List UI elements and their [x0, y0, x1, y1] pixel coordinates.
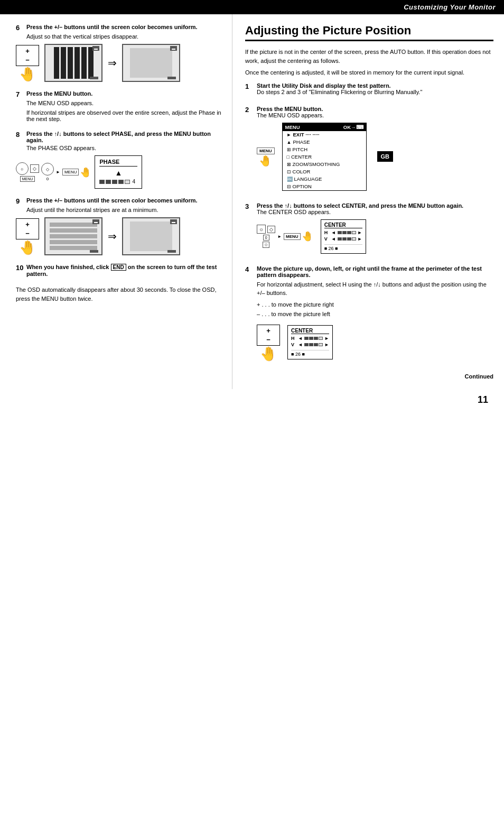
ctrl-label-3b: ◇ — [263, 242, 269, 248]
center-osd-value-1: ■ 26 ■ — [324, 244, 362, 251]
step-6-illustration: + − 🤚 ▬ — [16, 44, 222, 82]
page-number: 11 — [0, 389, 504, 411]
dial-0: 0 — [46, 177, 49, 181]
step-7-num: 7 — [16, 90, 23, 98]
horizontal-stripes — [50, 223, 97, 250]
menu-osd-box: MENU OK→⌨ ► EXIT ···· ····· ▲ PHASE ⊞ — [282, 123, 367, 191]
vertical-stripes-1 — [54, 47, 94, 79]
h-label-1: H — [324, 230, 330, 235]
right-step-2-bold: Press the MENU button. — [257, 106, 493, 112]
right-step-2-sub: The MENU OSD appears. — [257, 112, 493, 118]
center-hv-1: H ◄ ► V — [324, 230, 362, 251]
continued-label: Continued — [245, 373, 493, 380]
step-4-illustration: + − 🤚 CENTER H ◄ — [257, 325, 493, 361]
menu-osd-header-left: MENU — [285, 124, 300, 130]
monitor-screen-1: ▬ — [44, 44, 102, 82]
phase-osd-row: 4 — [99, 179, 137, 184]
arrow-h2r: ► — [324, 336, 329, 341]
monitor-bottom-bar-3 — [90, 250, 98, 253]
hcell2-2 — [309, 337, 313, 340]
menu-item-option[interactable]: ⊟ OPTION — [283, 183, 366, 190]
menu-label-step3: MENU — [284, 233, 301, 240]
step-8-header: 8 Press the ↑/↓ buttons to select PHASE,… — [16, 131, 222, 143]
menu-item-pitch[interactable]: ⊞ PITCH — [283, 146, 366, 153]
step-9-num: 9 — [16, 197, 23, 205]
menu-item-color[interactable]: ⊡ COLOR — [283, 168, 366, 176]
menu-label-phase: MENU — [62, 169, 79, 176]
menu-item-zoom[interactable]: ⊠ ZOOM/SMOOTHING — [283, 161, 366, 168]
step-6: 6 Press the +/– buttons until the screen… — [16, 24, 222, 82]
step-8-illustration: ☼ ◇ MENU ◇ 0 ► MENU 🤚 — [16, 155, 222, 189]
menu-item-phase[interactable]: ▲ PHASE — [283, 138, 366, 146]
center-label: CENTER — [291, 154, 312, 160]
end-button-label: END — [111, 264, 126, 271]
monitor-top-bar-1: ▬ — [92, 46, 99, 51]
step-4-bullets: + . . . to move the picture right – . . … — [257, 300, 493, 319]
hand-icon-5: 🤚 — [302, 232, 313, 241]
right-column: Adjusting the Picture Position If the pi… — [232, 14, 504, 389]
phase-bar — [99, 180, 130, 184]
center-osd-2: CENTER H ◄ ► — [287, 325, 333, 359]
plus-label: + — [25, 47, 30, 55]
monitor-hstripe-1: ▬ — [44, 217, 102, 255]
pm-box-2: + − — [16, 218, 39, 239]
step-2-illustration: MENU 🤚 MENU OK→⌨ ► EXIT ···· ····· — [257, 123, 493, 191]
hstripe-1 — [50, 223, 97, 227]
menu-item-exit[interactable]: ► EXIT ···· ····· — [283, 131, 366, 138]
dial-circle-2: ◇ — [41, 163, 54, 176]
hcell-2 — [342, 231, 347, 234]
right-step-1-num: 1 — [245, 82, 253, 98]
step-6-num: 6 — [16, 24, 23, 32]
bar-cell-3 — [112, 180, 117, 184]
note-text: The OSD automatically disappears after a… — [16, 285, 222, 303]
v-bar-2 — [304, 343, 323, 346]
right-step-3-sub: The CENTER OSD appears. — [257, 209, 493, 215]
header-title: Customizing Your Monitor — [404, 3, 496, 11]
monitor-top-bar-4: ▬ — [170, 219, 177, 224]
step-9-sub: Adjust until the horizontal stripes are … — [26, 207, 222, 213]
menu-osd-header: MENU OK→⌨ — [283, 123, 366, 131]
menu-item-center[interactable]: □ CENTER — [283, 153, 366, 161]
step-8-bold: Press the ↑/↓ buttons to select PHASE, a… — [26, 131, 222, 143]
hstripe-2 — [50, 228, 97, 233]
right-step-1: 1 Start the Utility Disk and display the… — [245, 82, 493, 98]
right-step-1-content: Start the Utility Disk and display the t… — [257, 82, 493, 98]
section-title: Adjusting the Picture Position — [245, 24, 493, 41]
bar-cell-5 — [125, 180, 130, 184]
right-step-4-num: 4 — [245, 265, 253, 365]
h-label-2: H — [291, 336, 296, 341]
step-10-num: 10 — [16, 264, 23, 272]
plus-minus-box: + − — [16, 45, 39, 66]
option-label: OPTION — [293, 183, 312, 189]
hv-row-h2: H ◄ ► — [291, 336, 329, 341]
bar-cell-1 — [99, 180, 105, 184]
step-9-illustration: + − 🤚 ▬ ⇒ — [16, 217, 222, 255]
arrow-v1r: ► — [358, 236, 362, 242]
monitor-bottom-bar-4 — [167, 250, 176, 253]
vcell-4 — [352, 237, 356, 241]
hand-icon-2: 🤚 — [80, 168, 91, 177]
step-6-sub: Adjust so that the vertical stripes disa… — [26, 33, 222, 40]
icon-center: □ — [287, 154, 290, 160]
hand-icon-1: 🤚 — [19, 67, 36, 81]
vcell2-1 — [304, 343, 309, 346]
step-6-header: 6 Press the +/– buttons until the screen… — [16, 24, 222, 32]
step-3-illustration: ☼ ◇ 0 ◇ ► MENU 🤚 — [257, 219, 493, 254]
gb-badge: GB — [377, 151, 394, 162]
bullet-2: – . . . to move the picture left — [257, 309, 493, 319]
plus-label-2: + — [25, 220, 30, 228]
menu-item-language[interactable]: 🔤 LANGUAGE — [283, 176, 366, 183]
vcell2-2 — [309, 343, 313, 346]
hand-icon-4: 🤚 — [259, 155, 272, 166]
icon-language: 🔤 — [287, 177, 293, 182]
arrow-v2r: ► — [324, 342, 329, 347]
hcell2-1 — [304, 337, 309, 340]
right-step-4-sub1: For horizontal adjustment, select H usin… — [257, 280, 493, 298]
phase-arrow-up: ▲ — [99, 169, 137, 177]
hcell-1 — [338, 231, 342, 234]
pm-box-step4: + − — [257, 325, 280, 346]
center-osd-1: CENTER H ◄ ► — [321, 219, 366, 254]
hcell2-3 — [314, 337, 318, 340]
exit-label: EXIT ···· ····· — [293, 132, 319, 137]
step-7-sub1: The MENU OSD appears. — [26, 100, 222, 106]
